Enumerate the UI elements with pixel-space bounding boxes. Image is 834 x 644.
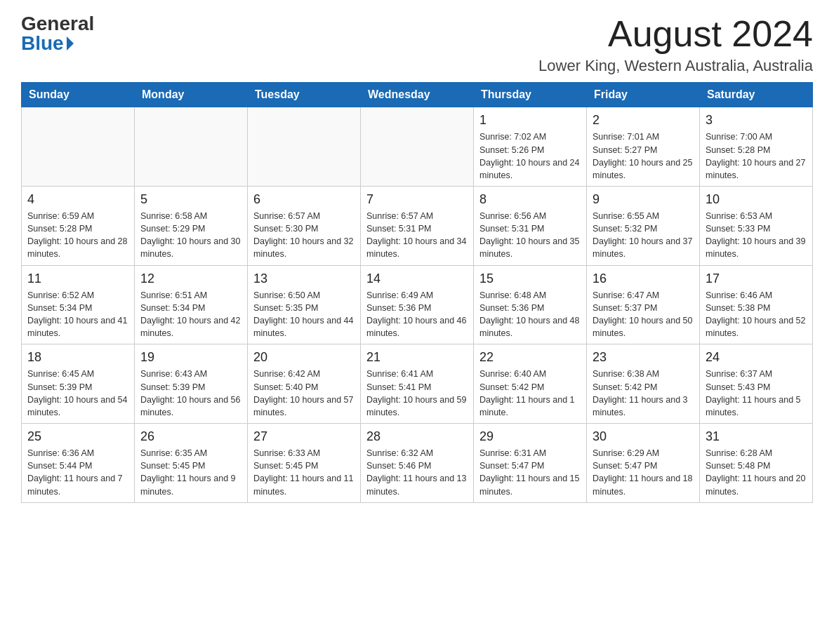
day-of-week-header: Tuesday xyxy=(248,83,361,107)
day-info: Sunrise: 6:47 AM Sunset: 5:37 PM Dayligh… xyxy=(593,289,694,340)
day-info: Sunrise: 6:58 AM Sunset: 5:29 PM Dayligh… xyxy=(140,210,241,261)
calendar-cell: 3Sunrise: 7:00 AM Sunset: 5:28 PM Daylig… xyxy=(700,107,813,187)
day-info: Sunrise: 6:52 AM Sunset: 5:34 PM Dayligh… xyxy=(27,289,128,340)
day-number: 6 xyxy=(253,191,355,208)
day-of-week-header: Friday xyxy=(587,83,700,107)
month-title: August 2024 xyxy=(538,14,813,54)
day-number: 17 xyxy=(706,270,807,288)
day-number: 13 xyxy=(253,270,355,288)
calendar-cell: 2Sunrise: 7:01 AM Sunset: 5:27 PM Daylig… xyxy=(587,107,700,187)
day-info: Sunrise: 6:45 AM Sunset: 5:39 PM Dayligh… xyxy=(27,368,128,419)
calendar-cell: 11Sunrise: 6:52 AM Sunset: 5:34 PM Dayli… xyxy=(22,265,135,344)
logo: General Blue xyxy=(21,14,94,53)
day-info: Sunrise: 6:36 AM Sunset: 5:44 PM Dayligh… xyxy=(27,447,128,498)
day-info: Sunrise: 6:48 AM Sunset: 5:36 PM Dayligh… xyxy=(479,289,581,340)
logo-general-text: General xyxy=(21,14,94,34)
calendar-cell: 7Sunrise: 6:57 AM Sunset: 5:31 PM Daylig… xyxy=(361,186,474,265)
day-number: 1 xyxy=(479,112,581,129)
day-info: Sunrise: 6:35 AM Sunset: 5:45 PM Dayligh… xyxy=(140,447,241,498)
day-of-week-header: Thursday xyxy=(474,83,587,107)
calendar-table: SundayMondayTuesdayWednesdayThursdayFrid… xyxy=(21,82,813,502)
day-info: Sunrise: 6:57 AM Sunset: 5:31 PM Dayligh… xyxy=(366,210,468,261)
day-number: 9 xyxy=(593,191,694,208)
day-number: 22 xyxy=(479,349,581,366)
day-number: 10 xyxy=(706,191,807,208)
day-info: Sunrise: 6:56 AM Sunset: 5:31 PM Dayligh… xyxy=(479,210,581,261)
title-area: August 2024 Lower King, Western Australi… xyxy=(538,14,813,75)
day-number: 12 xyxy=(140,270,241,288)
day-number: 21 xyxy=(366,349,468,366)
day-of-week-header: Saturday xyxy=(700,83,813,107)
day-number: 14 xyxy=(366,270,468,288)
day-info: Sunrise: 6:31 AM Sunset: 5:47 PM Dayligh… xyxy=(479,447,581,498)
calendar-cell: 1Sunrise: 7:02 AM Sunset: 5:26 PM Daylig… xyxy=(474,107,587,187)
day-info: Sunrise: 7:00 AM Sunset: 5:28 PM Dayligh… xyxy=(706,130,807,182)
day-info: Sunrise: 6:53 AM Sunset: 5:33 PM Dayligh… xyxy=(706,210,807,261)
day-info: Sunrise: 6:59 AM Sunset: 5:28 PM Dayligh… xyxy=(27,210,128,261)
calendar-cell: 25Sunrise: 6:36 AM Sunset: 5:44 PM Dayli… xyxy=(22,423,135,502)
day-info: Sunrise: 7:02 AM Sunset: 5:26 PM Dayligh… xyxy=(479,130,581,182)
calendar-week-row: 18Sunrise: 6:45 AM Sunset: 5:39 PM Dayli… xyxy=(22,344,813,424)
logo-blue-text: Blue xyxy=(21,34,64,53)
day-number: 3 xyxy=(706,112,807,129)
day-info: Sunrise: 6:42 AM Sunset: 5:40 PM Dayligh… xyxy=(253,368,355,419)
day-number: 29 xyxy=(479,428,581,445)
calendar-week-row: 1Sunrise: 7:02 AM Sunset: 5:26 PM Daylig… xyxy=(22,107,813,187)
location-title: Lower King, Western Australia, Australia xyxy=(538,57,813,75)
calendar-cell: 15Sunrise: 6:48 AM Sunset: 5:36 PM Dayli… xyxy=(474,265,587,344)
calendar-cell: 20Sunrise: 6:42 AM Sunset: 5:40 PM Dayli… xyxy=(248,344,361,424)
calendar-cell: 19Sunrise: 6:43 AM Sunset: 5:39 PM Dayli… xyxy=(135,344,248,424)
day-number: 8 xyxy=(479,191,581,208)
calendar-cell: 14Sunrise: 6:49 AM Sunset: 5:36 PM Dayli… xyxy=(361,265,474,344)
calendar-cell: 28Sunrise: 6:32 AM Sunset: 5:46 PM Dayli… xyxy=(361,423,474,502)
day-info: Sunrise: 6:41 AM Sunset: 5:41 PM Dayligh… xyxy=(366,368,468,419)
logo-triangle-icon xyxy=(67,36,74,51)
day-info: Sunrise: 6:28 AM Sunset: 5:48 PM Dayligh… xyxy=(706,447,807,498)
day-info: Sunrise: 6:40 AM Sunset: 5:42 PM Dayligh… xyxy=(479,368,581,419)
day-number: 28 xyxy=(366,428,468,445)
header: General Blue August 2024 Lower King, Wes… xyxy=(21,14,813,75)
day-number: 18 xyxy=(27,349,128,366)
day-info: Sunrise: 6:46 AM Sunset: 5:38 PM Dayligh… xyxy=(706,289,807,340)
calendar-header-row: SundayMondayTuesdayWednesdayThursdayFrid… xyxy=(22,83,813,107)
day-info: Sunrise: 6:37 AM Sunset: 5:43 PM Dayligh… xyxy=(706,368,807,419)
calendar-cell: 27Sunrise: 6:33 AM Sunset: 5:45 PM Dayli… xyxy=(248,423,361,502)
calendar-cell xyxy=(135,107,248,187)
day-info: Sunrise: 6:51 AM Sunset: 5:34 PM Dayligh… xyxy=(140,289,241,340)
calendar-cell: 6Sunrise: 6:57 AM Sunset: 5:30 PM Daylig… xyxy=(248,186,361,265)
calendar-cell: 23Sunrise: 6:38 AM Sunset: 5:42 PM Dayli… xyxy=(587,344,700,424)
day-info: Sunrise: 7:01 AM Sunset: 5:27 PM Dayligh… xyxy=(593,130,694,182)
calendar-cell: 9Sunrise: 6:55 AM Sunset: 5:32 PM Daylig… xyxy=(587,186,700,265)
day-number: 31 xyxy=(706,428,807,445)
calendar-cell: 10Sunrise: 6:53 AM Sunset: 5:33 PM Dayli… xyxy=(700,186,813,265)
day-number: 7 xyxy=(366,191,468,208)
day-number: 19 xyxy=(140,349,241,366)
day-info: Sunrise: 6:43 AM Sunset: 5:39 PM Dayligh… xyxy=(140,368,241,419)
calendar-cell: 12Sunrise: 6:51 AM Sunset: 5:34 PM Dayli… xyxy=(135,265,248,344)
calendar-week-row: 25Sunrise: 6:36 AM Sunset: 5:44 PM Dayli… xyxy=(22,423,813,502)
day-info: Sunrise: 6:55 AM Sunset: 5:32 PM Dayligh… xyxy=(593,210,694,261)
day-of-week-header: Wednesday xyxy=(361,83,474,107)
calendar-cell: 21Sunrise: 6:41 AM Sunset: 5:41 PM Dayli… xyxy=(361,344,474,424)
day-number: 5 xyxy=(140,191,241,208)
day-number: 2 xyxy=(593,112,694,129)
calendar-cell: 26Sunrise: 6:35 AM Sunset: 5:45 PM Dayli… xyxy=(135,423,248,502)
calendar-cell: 29Sunrise: 6:31 AM Sunset: 5:47 PM Dayli… xyxy=(474,423,587,502)
day-number: 26 xyxy=(140,428,241,445)
day-number: 27 xyxy=(253,428,355,445)
calendar-cell xyxy=(361,107,474,187)
day-info: Sunrise: 6:38 AM Sunset: 5:42 PM Dayligh… xyxy=(593,368,694,419)
calendar-cell: 18Sunrise: 6:45 AM Sunset: 5:39 PM Dayli… xyxy=(22,344,135,424)
calendar-cell: 24Sunrise: 6:37 AM Sunset: 5:43 PM Dayli… xyxy=(700,344,813,424)
day-number: 4 xyxy=(27,191,128,208)
calendar-cell: 22Sunrise: 6:40 AM Sunset: 5:42 PM Dayli… xyxy=(474,344,587,424)
day-number: 25 xyxy=(27,428,128,445)
calendar-cell: 16Sunrise: 6:47 AM Sunset: 5:37 PM Dayli… xyxy=(587,265,700,344)
calendar-cell: 5Sunrise: 6:58 AM Sunset: 5:29 PM Daylig… xyxy=(135,186,248,265)
day-info: Sunrise: 6:33 AM Sunset: 5:45 PM Dayligh… xyxy=(253,447,355,498)
day-of-week-header: Monday xyxy=(135,83,248,107)
calendar-cell: 4Sunrise: 6:59 AM Sunset: 5:28 PM Daylig… xyxy=(22,186,135,265)
day-of-week-header: Sunday xyxy=(22,83,135,107)
day-info: Sunrise: 6:49 AM Sunset: 5:36 PM Dayligh… xyxy=(366,289,468,340)
calendar-cell: 8Sunrise: 6:56 AM Sunset: 5:31 PM Daylig… xyxy=(474,186,587,265)
